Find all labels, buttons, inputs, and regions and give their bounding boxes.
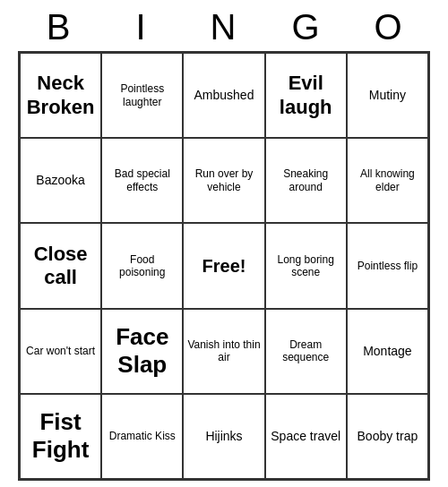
title-o: O <box>349 7 428 47</box>
cell-23: Space travel <box>265 394 347 479</box>
title-i: I <box>102 7 181 47</box>
cell-8: Sneaking around <box>265 138 347 223</box>
cell-2: Ambushed <box>183 53 264 138</box>
bingo-title: B I N G O <box>18 0 430 51</box>
cell-0: Neck Broken <box>20 53 101 138</box>
cell-14: Pointless flip <box>347 223 428 308</box>
title-b: B <box>20 7 99 47</box>
cell-4: Mutiny <box>347 53 428 138</box>
title-g: G <box>267 7 346 47</box>
cell-20: Fist Fight <box>20 394 101 479</box>
cell-12: Free! <box>183 223 264 308</box>
cell-6: Bad special effects <box>101 138 183 223</box>
cell-24: Booby trap <box>347 394 428 479</box>
cell-7: Run over by vehicle <box>183 138 264 223</box>
bingo-grid: Neck Broken Pointless laughter Ambushed … <box>18 51 430 481</box>
cell-18: Dream sequence <box>265 309 347 394</box>
title-n: N <box>185 7 263 47</box>
cell-3: Evil laugh <box>265 53 347 138</box>
cell-17: Vanish into thin air <box>183 309 264 394</box>
cell-21: Dramatic Kiss <box>101 394 183 479</box>
cell-1: Pointless laughter <box>101 53 183 138</box>
cell-9: All knowing elder <box>347 138 428 223</box>
cell-10: Close call <box>20 223 101 308</box>
cell-13: Long boring scene <box>265 223 347 308</box>
cell-22: Hijinks <box>183 394 264 479</box>
cell-5: Bazooka <box>20 138 101 223</box>
cell-16: Face Slap <box>101 309 183 394</box>
cell-19: Montage <box>347 309 428 394</box>
cell-11: Food poisoning <box>101 223 183 308</box>
cell-15: Car won't start <box>20 309 101 394</box>
